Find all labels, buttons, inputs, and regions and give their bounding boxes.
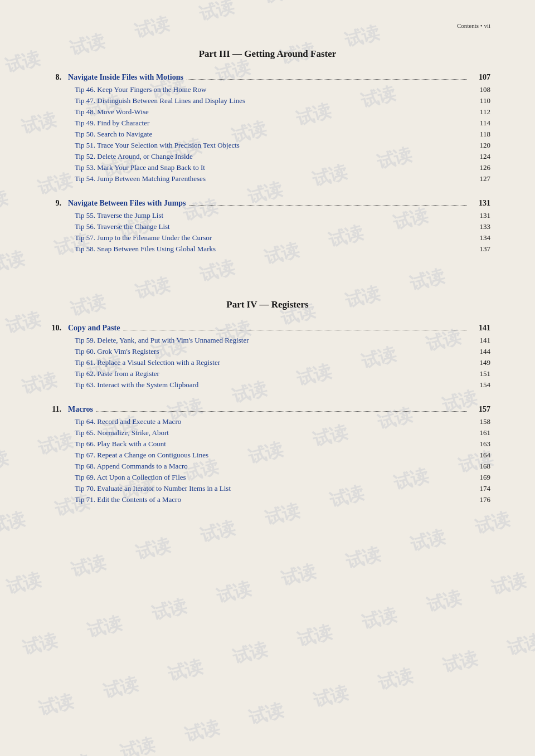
header-text: Contents • vii xyxy=(457,22,490,29)
dot-leader xyxy=(189,205,467,206)
chapter-page-number: 107 xyxy=(470,73,490,82)
page-header: Contents • vii xyxy=(45,22,490,32)
chapter-row-1: 11.Macros157 xyxy=(45,405,490,414)
chapter-section-1: 11.Macros157Tip 64. Record and Execute a… xyxy=(45,405,490,504)
tip-row: Tip 59. Delete, Yank, and Put with Vim's… xyxy=(45,336,490,345)
tip-page-number: 149 xyxy=(470,358,490,367)
chapter-title-area: Navigate Between Files with Jumps131 xyxy=(68,199,490,208)
tip-row: Tip 54. Jump Between Matching Parenthese… xyxy=(45,174,490,183)
tip-title-link[interactable]: Tip 58. Snap Between Files Using Global … xyxy=(75,245,470,253)
tip-title-link[interactable]: Tip 61. Replace a Visual Selection with … xyxy=(75,358,470,367)
tip-page-number: 131 xyxy=(470,211,490,220)
chapter-page-number: 141 xyxy=(470,324,490,333)
tip-row: Tip 61. Replace a Visual Selection with … xyxy=(45,358,490,367)
tip-page-number: 158 xyxy=(470,417,490,426)
chapter-title-link[interactable]: Macros xyxy=(68,405,93,414)
tip-title-link[interactable]: Tip 64. Record and Execute a Macro xyxy=(75,417,470,426)
chapter-title-area: Macros157 xyxy=(68,405,490,414)
chapter-number: 11. xyxy=(45,405,68,414)
part3-title: Part III — Getting Around Faster xyxy=(45,48,490,60)
chapter-page-number: 157 xyxy=(470,405,490,414)
tip-title-link[interactable]: Tip 63. Interact with the System Clipboa… xyxy=(75,381,470,389)
tip-title-link[interactable]: Tip 46. Keep Your Fingers on the Home Ro… xyxy=(75,85,470,94)
chapter-number: 9. xyxy=(45,199,68,208)
chapter-title-link[interactable]: Navigate Inside Files with Motions xyxy=(68,73,183,82)
tip-page-number: 168 xyxy=(470,462,490,471)
tip-page-number: 110 xyxy=(470,96,490,105)
tip-page-number: 174 xyxy=(470,484,490,493)
tip-page-number: 137 xyxy=(470,245,490,253)
tip-page-number: 134 xyxy=(470,233,490,242)
page-content: Contents • vii Part III — Getting Around… xyxy=(0,0,535,553)
tip-title-link[interactable]: Tip 50. Search to Navigate xyxy=(75,130,470,139)
tip-page-number: 163 xyxy=(470,440,490,448)
tip-title-link[interactable]: Tip 53. Mark Your Place and Snap Back to… xyxy=(75,163,470,172)
tip-page-number: 154 xyxy=(470,381,490,389)
dot-leader xyxy=(96,411,467,412)
tip-page-number: 124 xyxy=(470,152,490,161)
tip-row: Tip 46. Keep Your Fingers on the Home Ro… xyxy=(45,85,490,94)
tip-title-link[interactable]: Tip 65. Normalize, Strike, Abort xyxy=(75,428,470,437)
tip-page-number: 118 xyxy=(470,130,490,139)
chapter-row-1: 9.Navigate Between Files with Jumps131 xyxy=(45,199,490,208)
tip-title-link[interactable]: Tip 71. Edit the Contents of a Macro xyxy=(75,495,470,504)
chapter-title-link[interactable]: Navigate Between Files with Jumps xyxy=(68,199,186,208)
tip-row: Tip 57. Jump to the Filename Under the C… xyxy=(45,233,490,242)
tip-title-link[interactable]: Tip 62. Paste from a Register xyxy=(75,369,470,378)
dot-leader xyxy=(187,79,467,80)
tip-row: Tip 69. Act Upon a Collection of Files16… xyxy=(45,473,490,482)
tip-row: Tip 68. Append Commands to a Macro168 xyxy=(45,462,490,471)
tip-page-number: 112 xyxy=(470,108,490,116)
tip-row: Tip 49. Find by Character114 xyxy=(45,119,490,128)
chapter-section-0: 10.Copy and Paste141Tip 59. Delete, Yank… xyxy=(45,324,490,389)
tip-title-link[interactable]: Tip 51. Trace Your Selection with Precis… xyxy=(75,141,470,150)
tip-page-number: 126 xyxy=(470,163,490,172)
tip-title-link[interactable]: Tip 59. Delete, Yank, and Put with Vim's… xyxy=(75,336,470,345)
tip-row: Tip 55. Traverse the Jump List131 xyxy=(45,211,490,220)
tip-title-link[interactable]: Tip 68. Append Commands to a Macro xyxy=(75,462,470,471)
chapter-page-number: 131 xyxy=(470,199,490,208)
tip-row: Tip 58. Snap Between Files Using Global … xyxy=(45,245,490,253)
tip-row: Tip 56. Traverse the Change List133 xyxy=(45,222,490,231)
tip-page-number: 151 xyxy=(470,369,490,378)
tip-row: Tip 70. Evaluate an Iterator to Number I… xyxy=(45,484,490,493)
tip-title-link[interactable]: Tip 49. Find by Character xyxy=(75,119,470,128)
tip-title-link[interactable]: Tip 54. Jump Between Matching Parenthese… xyxy=(75,174,470,183)
tip-page-number: 108 xyxy=(470,85,490,94)
tip-page-number: 133 xyxy=(470,222,490,231)
part4-title: Part IV — Registers xyxy=(45,299,490,310)
tip-title-link[interactable]: Tip 56. Traverse the Change List xyxy=(75,222,470,231)
tip-row: Tip 64. Record and Execute a Macro158 xyxy=(45,417,490,426)
chapter-row-0: 10.Copy and Paste141 xyxy=(45,324,490,333)
chapter-row-0: 8.Navigate Inside Files with Motions107 xyxy=(45,73,490,82)
chapter-title-link[interactable]: Copy and Paste xyxy=(68,324,120,333)
chapter-number: 8. xyxy=(45,73,68,82)
tip-row: Tip 62. Paste from a Register151 xyxy=(45,369,490,378)
tip-page-number: 164 xyxy=(470,451,490,460)
tip-title-link[interactable]: Tip 66. Play Back with a Count xyxy=(75,440,470,448)
tip-row: Tip 65. Normalize, Strike, Abort161 xyxy=(45,428,490,437)
tip-title-link[interactable]: Tip 57. Jump to the Filename Under the C… xyxy=(75,233,470,242)
tip-title-link[interactable]: Tip 48. Move Word-Wise xyxy=(75,108,470,116)
tip-page-number: 161 xyxy=(470,428,490,437)
tip-row: Tip 63. Interact with the System Clipboa… xyxy=(45,381,490,389)
chapter-number: 10. xyxy=(45,324,68,333)
chapter-title-area: Navigate Inside Files with Motions107 xyxy=(68,73,490,82)
tip-page-number: 141 xyxy=(470,336,490,345)
part4-chapters: 10.Copy and Paste141Tip 59. Delete, Yank… xyxy=(45,324,490,504)
tip-row: Tip 52. Delete Around, or Change Inside1… xyxy=(45,152,490,161)
tip-row: Tip 53. Mark Your Place and Snap Back to… xyxy=(45,163,490,172)
tip-title-link[interactable]: Tip 47. Distinguish Between Real Lines a… xyxy=(75,96,470,105)
tip-row: Tip 48. Move Word-Wise112 xyxy=(45,108,490,116)
part3-chapters: 8.Navigate Inside Files with Motions107T… xyxy=(45,73,490,253)
tip-page-number: 114 xyxy=(470,119,490,128)
tip-title-link[interactable]: Tip 52. Delete Around, or Change Inside xyxy=(75,152,470,161)
tip-title-link[interactable]: Tip 60. Grok Vim's Registers xyxy=(75,347,470,356)
tip-title-link[interactable]: Tip 69. Act Upon a Collection of Files xyxy=(75,473,470,482)
tip-row: Tip 66. Play Back with a Count163 xyxy=(45,440,490,448)
tip-title-link[interactable]: Tip 70. Evaluate an Iterator to Number I… xyxy=(75,484,470,493)
dot-leader xyxy=(123,330,467,330)
tip-page-number: 144 xyxy=(470,347,490,356)
tip-title-link[interactable]: Tip 67. Repeat a Change on Contiguous Li… xyxy=(75,451,470,460)
tip-title-link[interactable]: Tip 55. Traverse the Jump List xyxy=(75,211,470,220)
